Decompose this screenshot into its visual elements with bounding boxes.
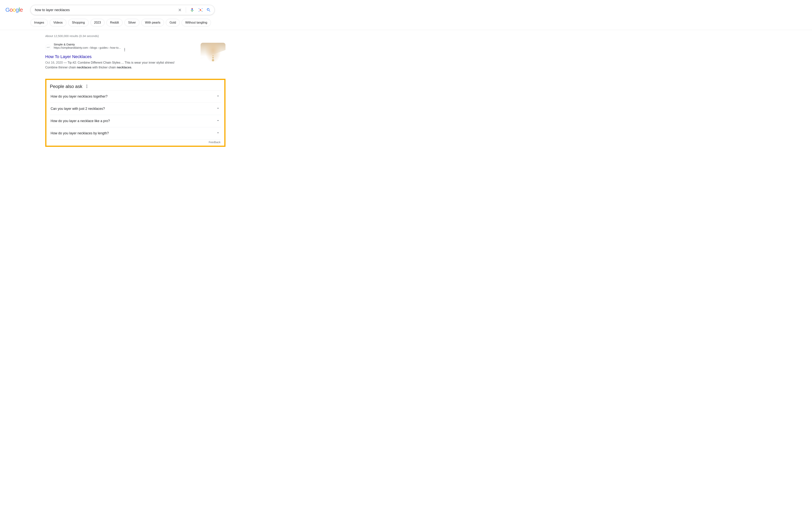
chip-gold[interactable]: Gold — [166, 19, 180, 26]
google-logo[interactable]: Google — [5, 6, 23, 13]
paa-title: People also ask — [50, 84, 82, 89]
header: Google Images Videos — [0, 0, 812, 26]
result-main: s&d Simple & Dainty https://simpleanddai… — [45, 43, 193, 70]
chip-reddit[interactable]: Reddit — [107, 19, 122, 26]
mic-icon[interactable] — [190, 8, 195, 12]
snippet-dash: — — [64, 61, 67, 64]
clear-icon[interactable] — [178, 8, 182, 12]
chip-without-tangling[interactable]: Without tangling — [181, 19, 211, 26]
search-bar-icons — [178, 7, 211, 13]
paa-feedback-link[interactable]: Feedback — [209, 141, 221, 144]
result-site-info: Simple & Dainty https://simpleanddainty.… — [54, 43, 126, 52]
people-also-ask-box: People also ask How do you layer necklac… — [45, 79, 226, 147]
chip-2023[interactable]: 2023 — [90, 19, 105, 26]
divider — [186, 7, 186, 13]
paa-question: How do you layer necklaces by length? — [51, 131, 109, 135]
result-date: Oct 16, 2020 — [45, 61, 63, 64]
chevron-down-icon — [216, 131, 220, 136]
result-title[interactable]: How To Layer Necklaces — [45, 54, 92, 59]
search-input[interactable] — [35, 8, 178, 12]
result-more-icon[interactable] — [123, 47, 126, 52]
result-url: https://simpleanddainty.com › blogs › gu… — [54, 46, 121, 49]
result-site-row: s&d Simple & Dainty https://simpleanddai… — [45, 43, 193, 52]
chevron-down-icon — [216, 94, 220, 99]
chevron-down-icon — [216, 106, 220, 111]
chip-with-pearls[interactable]: With pearls — [141, 19, 164, 26]
paa-footer: Feedback — [50, 139, 221, 144]
result-site-name: Simple & Dainty — [54, 43, 126, 46]
lens-icon[interactable] — [198, 7, 203, 12]
search-icon[interactable] — [206, 8, 211, 12]
paa-more-icon[interactable] — [86, 84, 88, 89]
paa-question: How do you layer a necklace like a pro? — [51, 119, 110, 123]
result-thumbnail[interactable] — [201, 43, 226, 68]
paa-question: Can you layer with just 2 necklaces? — [51, 107, 105, 111]
paa-item[interactable]: How do you layer a necklace like a pro? — [50, 115, 221, 127]
result-favicon: s&d — [45, 44, 51, 50]
chip-videos[interactable]: Videos — [50, 19, 66, 26]
svg-point-0 — [200, 9, 201, 11]
filter-chips: Images Videos Shopping 2023 Reddit Silve… — [30, 19, 214, 26]
snippet-text-2: with thicker chain — [91, 66, 117, 69]
snippet-keyword-1: necklaces — [77, 66, 92, 69]
paa-header: People also ask — [50, 84, 221, 89]
svg-point-1 — [201, 10, 202, 11]
search-bar — [30, 5, 214, 15]
paa-item[interactable]: How do you layer necklaces together? — [50, 90, 221, 102]
paa-item[interactable]: Can you layer with just 2 necklaces? — [50, 102, 221, 115]
chip-images[interactable]: Images — [30, 19, 48, 26]
results-area: About 12,500,000 results (0.34 seconds) … — [45, 30, 226, 147]
search-column: Images Videos Shopping 2023 Reddit Silve… — [30, 5, 214, 26]
chevron-down-icon — [216, 118, 220, 124]
snippet-text-3: . — [131, 66, 132, 69]
paa-item[interactable]: How do you layer necklaces by length? — [50, 127, 221, 139]
paa-question: How do you layer necklaces together? — [51, 94, 108, 98]
chip-shopping[interactable]: Shopping — [68, 19, 89, 26]
snippet-keyword-2: necklaces — [117, 66, 132, 69]
result-stats: About 12,500,000 results (0.34 seconds) — [45, 34, 226, 38]
chip-silver[interactable]: Silver — [124, 19, 139, 26]
search-result: s&d Simple & Dainty https://simpleanddai… — [45, 43, 226, 70]
result-snippet: Oct 16, 2020 — Tip #2: Combine Different… — [45, 60, 179, 70]
